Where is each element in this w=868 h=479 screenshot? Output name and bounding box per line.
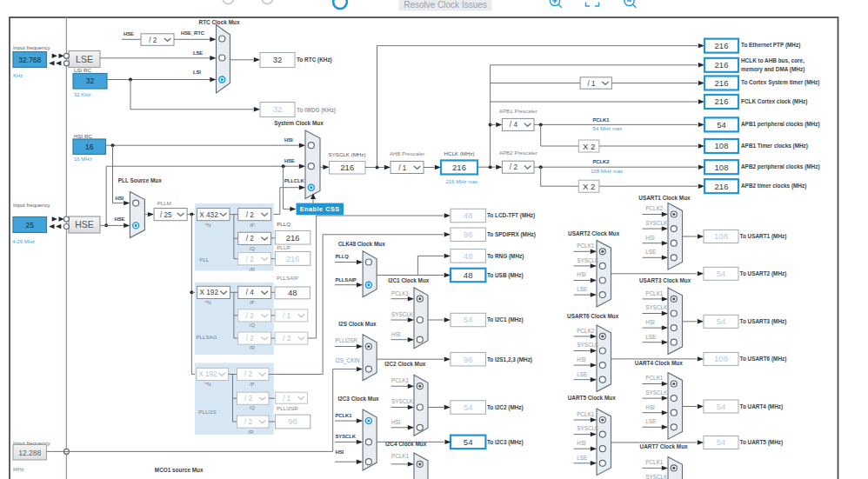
svg-text:KHz: KHz: [13, 73, 23, 78]
svg-text:I2C4 Clock Mux: I2C4 Clock Mux: [385, 441, 427, 447]
svg-text:LSE: LSE: [193, 50, 203, 56]
svg-text:PCLK1: PCLK1: [391, 453, 410, 459]
svg-text:54: 54: [717, 402, 726, 411]
svg-text:216: 216: [715, 182, 729, 191]
svg-text:PLLSAIP: PLLSAIP: [336, 277, 357, 283]
svg-text:X 2: X 2: [583, 142, 595, 151]
svg-text:To USART3 (MHz): To USART3 (MHz): [740, 318, 787, 325]
svg-text:CLK48 Clock Mux: CLK48 Clock Mux: [338, 241, 385, 247]
svg-text:LSE: LSE: [645, 249, 656, 255]
svg-text:/Q: /Q: [250, 322, 256, 328]
svg-text:HSI: HSI: [645, 319, 655, 325]
svg-text:To I2C3 (MHz): To I2C3 (MHz): [487, 439, 524, 446]
svg-text:PLLI2SR: PLLI2SR: [277, 405, 298, 411]
svg-text:I2C1 Clock Mux: I2C1 Clock Mux: [388, 277, 430, 283]
svg-text:HCLK to AHB bus, core,: HCLK to AHB bus, core,: [741, 57, 805, 64]
svg-text:108 MHz max: 108 MHz max: [591, 169, 623, 174]
svg-text:/Q: /Q: [250, 404, 256, 410]
svg-text:216: 216: [715, 96, 729, 106]
svg-text:MHz: MHz: [13, 466, 24, 472]
svg-text:To UART5 (MHz): To UART5 (MHz): [740, 439, 784, 446]
svg-text:SYSCLK: SYSCLK: [391, 398, 414, 404]
svg-text:/ 2: / 2: [149, 37, 157, 44]
svg-text:USART6 Clock Mux: USART6 Clock Mux: [567, 313, 619, 319]
svg-text:SYSCLK: SYSCLK: [577, 257, 599, 263]
svg-text:HSI: HSI: [577, 356, 586, 363]
svg-text:HSI: HSI: [116, 196, 124, 201]
svg-text:AHB Prescaler: AHB Prescaler: [390, 150, 425, 156]
svg-text:/ 25: / 25: [160, 211, 172, 219]
svg-text:108: 108: [715, 141, 729, 150]
svg-text:/ 2: / 2: [244, 395, 253, 402]
svg-text:/Q: /Q: [250, 245, 256, 251]
svg-text:LSE: LSE: [577, 455, 587, 461]
svg-text:Enable CSS: Enable CSS: [300, 205, 340, 213]
svg-text:16 MHz: 16 MHz: [74, 156, 92, 162]
svg-text:/ 2: / 2: [246, 235, 255, 243]
svg-text:LSI: LSI: [193, 70, 201, 75]
svg-text:/ 4: / 4: [246, 289, 255, 296]
svg-text:To I2C2 (MHz): To I2C2 (MHz): [487, 404, 524, 411]
svg-text:108: 108: [714, 231, 728, 241]
svg-text:48: 48: [464, 270, 473, 280]
svg-text:X 432: X 432: [199, 211, 218, 219]
svg-text:/R: /R: [248, 429, 254, 435]
svg-text:PCLK1: PCLK1: [645, 290, 664, 296]
svg-text:HSI: HSI: [284, 137, 293, 143]
svg-text:32.768: 32.768: [18, 56, 41, 64]
svg-text:54: 54: [464, 315, 473, 324]
svg-text:PLLQ: PLLQ: [336, 254, 350, 259]
svg-text:HSI: HSI: [391, 419, 401, 425]
svg-text:216: 216: [715, 78, 729, 88]
svg-text:HSI: HSI: [577, 271, 586, 277]
svg-text:To UART4 (MHz): To UART4 (MHz): [740, 403, 784, 410]
svg-text:/R: /R: [250, 266, 256, 272]
svg-text:54: 54: [717, 437, 726, 447]
svg-text:UART4 Clock Mux: UART4 Clock Mux: [635, 360, 683, 366]
svg-text:HSE: HSE: [115, 216, 125, 222]
svg-text:PCLK1: PCLK1: [593, 117, 611, 123]
svg-text:SYSCLK: SYSCLK: [336, 434, 357, 439]
svg-text:54: 54: [717, 316, 726, 326]
svg-text:216: 216: [715, 41, 729, 50]
svg-text:SYSCLK: SYSCLK: [645, 474, 668, 479]
svg-text:X 192: X 192: [198, 370, 217, 378]
svg-text:To RNG (MHz): To RNG (MHz): [487, 253, 524, 260]
svg-text:HSI: HSI: [645, 235, 655, 241]
svg-text:/ 2: / 2: [246, 256, 255, 263]
svg-text:To I2C1 (MHz): To I2C1 (MHz): [487, 316, 524, 323]
svg-text:PLLSAIP: PLLSAIP: [277, 275, 298, 281]
svg-text:12.288: 12.288: [18, 449, 41, 457]
svg-text:216: 216: [340, 163, 354, 172]
svg-text:96: 96: [464, 230, 473, 239]
svg-text:SYSCLK: SYSCLK: [645, 220, 668, 226]
svg-text:To USB (MHz): To USB (MHz): [487, 272, 524, 279]
svg-text:/ 1: / 1: [398, 164, 407, 172]
svg-text:APB1 peripheral clocks (MHz): APB1 peripheral clocks (MHz): [741, 121, 820, 128]
svg-text:USART3 Clock Mux: USART3 Clock Mux: [639, 277, 691, 283]
svg-text:PCLK2: PCLK2: [593, 159, 611, 164]
svg-text:4-26 MHz: 4-26 MHz: [12, 239, 35, 244]
svg-text:/ 1: / 1: [283, 395, 291, 402]
svg-text:PLL Source Mux: PLL Source Mux: [118, 177, 162, 183]
svg-text:54: 54: [464, 437, 473, 447]
svg-text:Resolve Clock Issues: Resolve Clock Issues: [404, 0, 487, 10]
svg-text:HSI RC: HSI RC: [74, 133, 93, 139]
svg-text:48: 48: [464, 251, 473, 261]
svg-text:216: 216: [452, 163, 466, 172]
svg-text:*N: *N: [205, 381, 211, 387]
svg-text:I2S Clock Mux: I2S Clock Mux: [338, 321, 377, 327]
svg-text:APB2 Prescaler: APB2 Prescaler: [499, 150, 537, 156]
svg-text:SYSCLK: SYSCLK: [645, 389, 668, 396]
svg-text:/ 2: / 2: [246, 335, 255, 343]
svg-text:PCLK1: PCLK1: [577, 411, 595, 417]
svg-text:To USART2 (MHz): To USART2 (MHz): [740, 270, 787, 277]
svg-text:25: 25: [26, 221, 35, 230]
svg-text:To I2S1,2,3 (MHz): To I2S1,2,3 (MHz): [487, 356, 532, 363]
svg-text:System Clock Mux: System Clock Mux: [274, 120, 324, 127]
svg-text:APB2 timer clocks (MHz): APB2 timer clocks (MHz): [741, 183, 806, 190]
svg-text:PCLK2: PCLK2: [645, 205, 664, 211]
svg-text:108: 108: [715, 163, 729, 172]
svg-text:SYSCLK: SYSCLK: [391, 311, 414, 317]
svg-text:I2C2 Clock Mux: I2C2 Clock Mux: [384, 361, 426, 367]
